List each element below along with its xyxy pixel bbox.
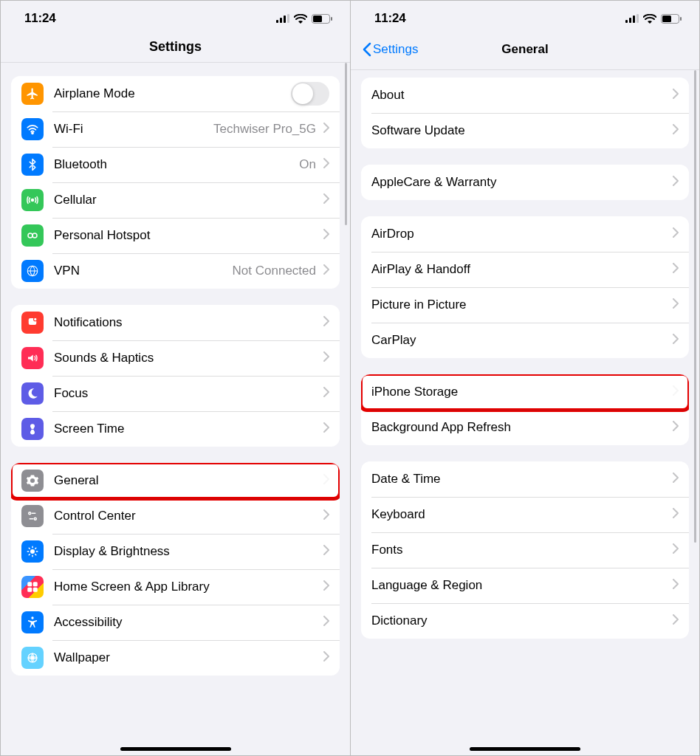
svg-rect-19: [27, 588, 32, 592]
row-label: Personal Hotspot: [54, 228, 150, 243]
settings-title: Settings: [1, 33, 350, 63]
gear-icon: [21, 470, 44, 492]
row-value: On: [299, 157, 316, 172]
chevron-right-icon: [673, 334, 679, 347]
row-personal-hotspot[interactable]: Personal Hotspot: [11, 218, 340, 253]
row-wi-fi[interactable]: Wi-FiTechwiser Pro_5G: [11, 111, 340, 147]
scroll-indicator[interactable]: [694, 70, 696, 543]
row-general[interactable]: General: [11, 463, 340, 498]
chevron-right-icon: [673, 579, 679, 592]
row-cellular[interactable]: Cellular: [11, 182, 340, 218]
svg-rect-24: [625, 20, 628, 23]
home-indicator[interactable]: [120, 747, 231, 751]
row-label: Wi-Fi: [54, 122, 83, 137]
back-button[interactable]: Settings: [363, 42, 418, 57]
screentime-icon: [21, 418, 44, 440]
svg-rect-18: [33, 582, 38, 586]
back-label: Settings: [373, 42, 418, 57]
row-label: Display & Brightness: [54, 544, 170, 559]
sounds-icon: [21, 347, 44, 369]
svg-rect-2: [284, 16, 286, 23]
svg-rect-1: [280, 18, 282, 23]
row-vpn[interactable]: VPNNot Connected: [11, 253, 340, 289]
svg-rect-25: [629, 18, 631, 23]
row-keyboard[interactable]: Keyboard: [361, 497, 689, 532]
chevron-right-icon: [323, 580, 329, 594]
row-carplay[interactable]: CarPlay: [361, 323, 689, 358]
svg-rect-6: [331, 17, 332, 21]
row-label: Picture in Picture: [371, 298, 467, 312]
cellular-signal-icon: [625, 14, 639, 23]
row-control-center[interactable]: Control Center: [11, 498, 340, 534]
row-iphone-storage[interactable]: iPhone Storage: [361, 374, 689, 410]
row-bluetooth[interactable]: BluetoothOn: [11, 147, 340, 182]
row-label: Bluetooth: [54, 157, 107, 172]
svg-rect-20: [33, 588, 38, 592]
settings-screen: 11:24 Settings Airplane ModeWi-FiTechwis…: [1, 1, 350, 755]
svg-rect-27: [636, 14, 639, 23]
row-label: About: [371, 88, 404, 103]
status-indicators: [276, 14, 332, 24]
svg-rect-26: [633, 16, 635, 23]
row-home-screen-app-library[interactable]: Home Screen & App Library: [11, 569, 340, 605]
row-focus[interactable]: Focus: [11, 376, 340, 411]
row-label: iPhone Storage: [371, 385, 458, 399]
chevron-right-icon: [323, 387, 329, 400]
toggle-switch[interactable]: [291, 82, 329, 106]
row-dictionary[interactable]: Dictionary: [361, 603, 689, 639]
home-screen-icon: [21, 576, 44, 598]
row-value: Not Connected: [233, 264, 316, 278]
row-label: Airplane Mode: [54, 86, 135, 101]
row-accessibility[interactable]: Accessibility: [11, 605, 340, 640]
chevron-right-icon: [323, 474, 329, 487]
chevron-right-icon: [673, 263, 679, 276]
row-picture-in-picture[interactable]: Picture in Picture: [361, 287, 689, 323]
row-applecare-warranty[interactable]: AppleCare & Warranty: [361, 165, 689, 200]
row-label: AppleCare & Warranty: [371, 175, 496, 190]
chevron-right-icon: [323, 264, 329, 278]
row-about[interactable]: About: [361, 78, 689, 113]
row-fonts[interactable]: Fonts: [361, 532, 689, 568]
chevron-right-icon: [673, 543, 679, 557]
row-airplay-handoff[interactable]: AirPlay & Handoff: [361, 252, 689, 287]
row-airdrop[interactable]: AirDrop: [361, 216, 689, 252]
row-notifications[interactable]: Notifications: [11, 305, 340, 340]
row-display-brightness[interactable]: Display & Brightness: [11, 534, 340, 569]
row-language-region[interactable]: Language & Region: [361, 568, 689, 603]
chevron-right-icon: [673, 176, 679, 189]
svg-rect-17: [27, 582, 32, 586]
row-software-update[interactable]: Software Update: [361, 113, 689, 148]
control-center-icon: [21, 505, 44, 527]
svg-rect-0: [276, 20, 278, 23]
status-time: 11:24: [374, 11, 405, 26]
row-background-app-refresh[interactable]: Background App Refresh: [361, 410, 689, 445]
chevron-right-icon: [323, 193, 329, 207]
row-label: Fonts: [371, 543, 403, 557]
svg-rect-3: [287, 14, 289, 23]
status-indicators: [625, 14, 682, 24]
row-label: Wallpaper: [54, 650, 110, 665]
svg-point-21: [31, 616, 33, 619]
settings-group: Date & TimeKeyboardFontsLanguage & Regio…: [361, 461, 689, 639]
row-value: Techwiser Pro_5G: [213, 122, 316, 137]
scroll-indicator[interactable]: [345, 63, 347, 225]
chevron-right-icon: [673, 227, 679, 241]
settings-group: Airplane ModeWi-FiTechwiser Pro_5GBlueto…: [11, 76, 340, 289]
notifications-icon: [21, 312, 44, 334]
chevron-right-icon: [323, 651, 329, 664]
row-wallpaper[interactable]: Wallpaper: [11, 640, 340, 676]
row-sounds-haptics[interactable]: Sounds & Haptics: [11, 340, 340, 376]
row-label: Dictionary: [371, 614, 428, 628]
chevron-right-icon: [673, 89, 679, 102]
row-label: Screen Time: [54, 422, 124, 436]
home-indicator[interactable]: [470, 747, 580, 751]
row-label: Cellular: [54, 193, 97, 207]
svg-point-8: [32, 199, 34, 202]
row-label: Home Screen & App Library: [54, 580, 210, 594]
chevron-right-icon: [673, 472, 679, 486]
cellular-icon: [21, 189, 44, 211]
row-airplane-mode[interactable]: Airplane Mode: [11, 76, 340, 111]
row-date-time[interactable]: Date & Time: [361, 461, 689, 497]
row-screen-time[interactable]: Screen Time: [11, 411, 340, 447]
hotspot-icon: [21, 224, 44, 247]
